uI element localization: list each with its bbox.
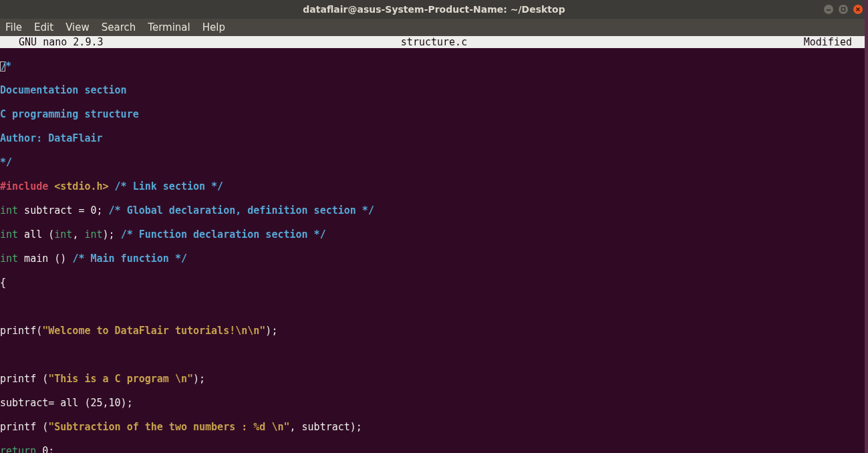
code-text: , subtract); bbox=[289, 421, 361, 433]
code-text: /* Function declaration section */ bbox=[121, 229, 326, 241]
editor-area[interactable]: /* Documentation section C programming s… bbox=[0, 48, 868, 453]
code-line: int all (int, int); /* Function declarat… bbox=[0, 229, 868, 241]
code-text: main () bbox=[18, 253, 72, 265]
menu-search[interactable]: Search bbox=[102, 21, 136, 33]
window-title: dataflair@asus-System-Product-Name: ~/De… bbox=[0, 4, 868, 15]
code-text: Documentation section bbox=[0, 84, 127, 96]
code-text: printf( bbox=[0, 325, 42, 337]
code-text: printf ( bbox=[0, 421, 48, 433]
code-text: "This is a C program \n" bbox=[48, 373, 193, 385]
scrollbar-track[interactable] bbox=[865, 0, 868, 453]
code-line bbox=[0, 349, 868, 361]
code-text: int bbox=[84, 229, 102, 241]
code-text: int bbox=[54, 229, 72, 241]
minimize-icon[interactable] bbox=[824, 5, 833, 14]
code-text: /* Link section */ bbox=[109, 180, 224, 192]
cursor: / bbox=[0, 61, 5, 71]
titlebar: dataflair@asus-System-Product-Name: ~/De… bbox=[0, 0, 868, 19]
code-text: 0; bbox=[36, 445, 54, 453]
code-text: , bbox=[72, 229, 84, 241]
nano-filename: structure.c bbox=[0, 36, 868, 48]
code-text: /* Global declaration, definition sectio… bbox=[109, 204, 374, 216]
code-text: ); bbox=[103, 229, 121, 241]
code-line: printf ("Subtraction of the two numbers … bbox=[0, 421, 868, 433]
code-text: { bbox=[0, 277, 6, 289]
code-text: "Welcome to DataFlair tutorials!\n\n" bbox=[42, 325, 265, 337]
code-line: Documentation section bbox=[0, 84, 868, 96]
menu-terminal[interactable]: Terminal bbox=[148, 21, 190, 33]
code-text: C programming structure bbox=[0, 108, 139, 120]
code-text: ); bbox=[193, 373, 205, 385]
code-line: C programming structure bbox=[0, 108, 868, 120]
code-line: /* bbox=[0, 60, 868, 72]
code-text: int bbox=[0, 204, 18, 216]
close-icon[interactable] bbox=[853, 5, 863, 14]
code-line bbox=[0, 301, 868, 313]
code-text: int bbox=[0, 253, 18, 265]
menu-file[interactable]: File bbox=[5, 21, 22, 33]
code-text: subtract= all (25,10); bbox=[0, 397, 133, 409]
code-text: int bbox=[0, 229, 18, 241]
menu-view[interactable]: View bbox=[65, 21, 90, 33]
code-line: int main () /* Main function */ bbox=[0, 253, 868, 265]
code-text: */ bbox=[0, 156, 12, 168]
code-text: all ( bbox=[18, 229, 54, 241]
code-text: printf ( bbox=[0, 373, 48, 385]
code-line: int subtract = 0; /* Global declaration,… bbox=[0, 204, 868, 216]
code-text: return bbox=[0, 445, 36, 453]
code-text: /* Main function */ bbox=[72, 253, 187, 265]
code-line: printf ("This is a C program \n"); bbox=[0, 373, 868, 385]
code-text: ); bbox=[265, 325, 277, 337]
menu-edit[interactable]: Edit bbox=[34, 21, 53, 33]
nano-modified: Modified bbox=[804, 36, 852, 48]
code-text: Author: DataFlair bbox=[0, 132, 103, 144]
menu-help[interactable]: Help bbox=[202, 21, 225, 33]
code-line: */ bbox=[0, 156, 868, 168]
menubar: File Edit View Search Terminal Help bbox=[0, 19, 868, 36]
code-text: subtract = 0; bbox=[18, 204, 108, 216]
nano-statusbar: GNU nano 2.9.3 structure.c Modified bbox=[0, 36, 868, 48]
code-text: "Subtraction of the two numbers : %d \n" bbox=[48, 421, 289, 433]
code-line: return 0; bbox=[0, 445, 868, 453]
maximize-icon[interactable] bbox=[839, 5, 848, 14]
code-line: printf("Welcome to DataFlair tutorials!\… bbox=[0, 325, 868, 337]
code-line: { bbox=[0, 277, 868, 289]
code-line: subtract= all (25,10); bbox=[0, 397, 868, 409]
code-text: #include bbox=[0, 180, 54, 192]
svg-rect-1 bbox=[842, 8, 845, 11]
window-controls bbox=[824, 0, 863, 19]
code-line: Author: DataFlair bbox=[0, 132, 868, 144]
code-text: <stdio.h> bbox=[54, 180, 108, 192]
code-line: #include <stdio.h> /* Link section */ bbox=[0, 180, 868, 192]
